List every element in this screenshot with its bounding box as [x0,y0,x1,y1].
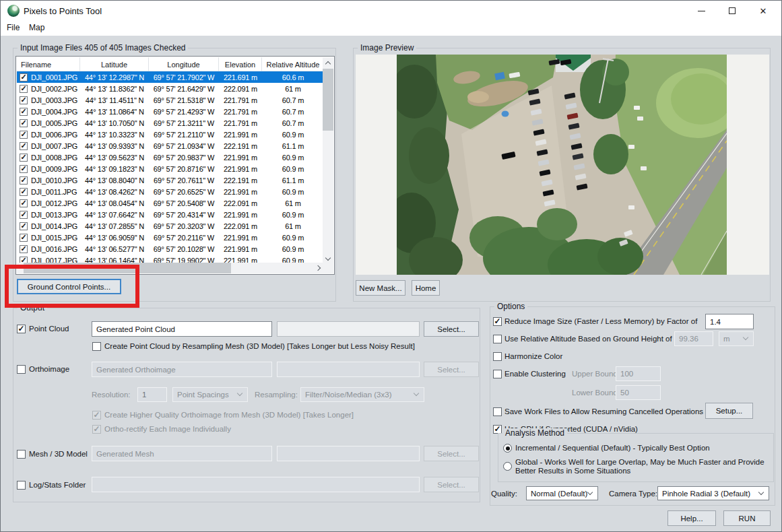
resampling-label: Resampling: [255,391,298,399]
row-checkbox[interactable] [20,199,28,207]
log-stats-path-field [92,477,420,492]
row-checkbox[interactable] [20,85,28,93]
cell-elevation: 222.191 m [219,140,262,152]
home-button[interactable]: Home [412,280,440,296]
row-checkbox[interactable] [20,234,28,242]
maximize-button[interactable] [717,1,748,21]
row-checkbox[interactable] [20,131,28,139]
cell-latitude: 44° 13' 11.8362" N [80,83,149,94]
camera-type-dropdown[interactable]: Pinhole Radial 3 (Default) [657,486,769,500]
save-work-files-checkbox[interactable] [493,407,502,416]
cell-relative-altitude: 60.9 m [262,163,324,174]
cell-filename: DJI_0009.JPG [17,163,80,174]
table-row[interactable]: DJI_0012.JPG 44° 13' 08.0454" N 69° 57' … [17,197,324,209]
table-row[interactable]: DJI_0004.JPG 44° 13' 11.0864" N 69° 57' … [17,106,324,117]
column-header-elevation[interactable]: Elevation [219,57,262,71]
table-row[interactable]: DJI_0010.JPG 44° 13' 08.8040" N 69° 57' … [17,174,324,186]
table-row[interactable]: DJI_0014.JPG 44° 13' 07.2855" N 69° 57' … [17,220,324,232]
help-button[interactable]: Help... [667,510,716,526]
column-header-latitude[interactable]: Latitude [80,57,149,71]
point-cloud-select-button[interactable]: Select... [424,321,479,337]
mesh-label: Mesh / 3D Model [29,450,88,458]
row-checkbox[interactable] [20,73,28,81]
run-button[interactable]: RUN [723,510,771,526]
reduce-image-size-checkbox[interactable] [493,317,502,326]
minimize-icon [698,11,705,11]
global-radio-label: Global - Works Well for Large Overlap, M… [515,458,773,475]
table-row[interactable]: DJI_0003.JPG 44° 13' 11.4511" N 69° 57' … [17,94,324,106]
cell-relative-altitude: 61.1 m [262,140,324,152]
cell-latitude: 44° 13' 09.1823" N [80,163,149,174]
cell-relative-altitude: 60.9 m [262,186,324,197]
row-checkbox[interactable] [20,176,28,185]
cell-longitude: 69° 57' 21.4293" W [149,106,219,117]
row-checkbox[interactable] [20,222,28,230]
table-row[interactable]: DJI_0006.JPG 44° 13' 10.3323" N 69° 57' … [17,129,324,140]
table-row[interactable]: DJI_0016.JPG 44° 13' 06.5277" N 69° 57' … [17,243,324,255]
table-row[interactable]: DJI_0013.JPG 44° 13' 07.6642" N 69° 57' … [17,209,324,220]
vertical-scroll-thumb[interactable] [323,69,333,131]
point-cloud-path-field[interactable] [277,321,420,337]
global-radio[interactable] [503,462,512,471]
table-row[interactable]: DJI_0008.JPG 44° 13' 09.5623" N 69° 57' … [17,152,324,163]
point-cloud-name-input[interactable]: Generated Point Cloud [92,321,272,337]
harmonize-color-checkbox[interactable] [493,352,502,361]
setup-button[interactable]: Setup... [705,403,753,419]
ground-control-points-button[interactable]: Ground Control Points... [17,279,121,294]
table-row[interactable]: DJI_0009.JPG 44° 13' 09.1823" N 69° 57' … [17,163,324,174]
table-row[interactable]: DJI_0015.JPG 44° 13' 06.9059" N 69° 57' … [17,232,324,243]
filename-text: DJI_0015.JPG [31,234,77,242]
scroll-up-button[interactable] [323,57,333,68]
cell-relative-altitude: 61 m [262,220,324,232]
vertical-scrollbar[interactable] [323,57,333,264]
mesh-checkbox[interactable] [17,450,26,459]
row-checkbox[interactable] [20,154,28,162]
resolution-input: 1 [137,387,167,402]
cell-latitude: 44° 13' 08.4262" N [80,186,149,197]
filename-text: DJI_0006.JPG [31,131,77,139]
scroll-down-icon [325,255,331,260]
menu-map[interactable]: Map [29,23,44,32]
horizontal-scroll-thumb[interactable] [24,263,231,273]
resolution-units-value: Point Spacings [177,391,229,399]
column-header-longitude[interactable]: Longitude [149,57,219,71]
enable-clustering-checkbox[interactable] [493,370,502,378]
quality-dropdown[interactable]: Normal (Default) [526,486,598,500]
incremental-radio[interactable] [503,444,512,453]
horizontal-scrollbar[interactable] [17,263,324,273]
filename-text: DJI_0002.JPG [31,85,77,93]
point-cloud-checkbox[interactable] [17,325,26,333]
row-checkbox[interactable] [20,96,28,104]
row-checkbox[interactable] [20,108,28,116]
row-checkbox[interactable] [20,188,28,196]
new-mask-button[interactable]: New Mask... [356,280,405,296]
table-row[interactable]: DJI_0005.JPG 44° 13' 10.7050" N 69° 57' … [17,117,324,129]
image-preview-group-label: Image Preview [358,43,416,53]
resample-mesh-checkbox[interactable] [92,342,101,351]
ortho-rectify-checkbox [92,425,101,434]
orthoimage-select-button: Select... [424,362,479,377]
menu-file[interactable]: File [7,23,20,32]
column-header-filename[interactable]: Filename [17,57,80,71]
reduce-factor-input[interactable]: 1.4 [705,314,754,329]
table-row[interactable]: DJI_0011.JPG 44° 13' 08.4262" N 69° 57' … [17,186,324,197]
table-row[interactable]: DJI_0007.JPG 44° 13' 09.9393" N 69° 57' … [17,140,324,152]
cell-filename: DJI_0011.JPG [17,186,80,197]
row-checkbox[interactable] [20,119,28,127]
cell-elevation: 221.991 m [219,232,262,243]
table-row[interactable]: DJI_0002.JPG 44° 13' 11.8362" N 69° 57' … [17,83,324,94]
row-checkbox[interactable] [20,165,28,173]
relative-altitude-checkbox[interactable] [493,335,502,343]
orthoimage-checkbox[interactable] [17,365,26,374]
minimize-button[interactable] [686,1,717,21]
log-stats-checkbox[interactable] [17,481,26,490]
enable-clustering-label: Enable Clustering [504,370,566,378]
table-row[interactable]: DJI_0001.JPG 44° 13' 12.2987" N 69° 57' … [17,71,324,83]
cell-relative-altitude: 60.9 m [262,243,324,255]
column-header-relative-altitude[interactable]: Relative Altitude [262,57,324,71]
row-checkbox[interactable] [20,245,28,253]
close-button[interactable]: ✕ [748,1,779,21]
row-checkbox[interactable] [20,142,28,150]
cell-longitude: 69° 57' 21.2110" W [149,129,219,140]
row-checkbox[interactable] [20,211,28,219]
